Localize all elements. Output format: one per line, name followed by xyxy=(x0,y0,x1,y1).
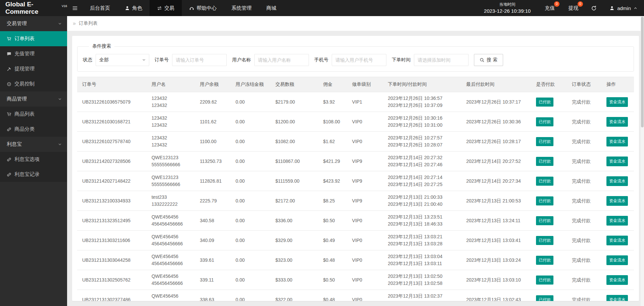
sidebar-item-3[interactable]: 提现管理 xyxy=(0,61,67,76)
table-row: UB2312131323512495 QWE456456456456456666… xyxy=(77,211,634,231)
top-menu-label: 商城 xyxy=(266,5,276,11)
cell-order-status: 完成付款 xyxy=(567,211,601,231)
top-menu-item-2[interactable]: 角色 xyxy=(117,0,150,16)
filter-label: 用户名称 xyxy=(232,57,251,63)
fund-flow-button[interactable]: 资金流水 xyxy=(606,117,628,127)
sidebar-group-label: 商品管理 xyxy=(7,96,27,102)
fund-flow-button[interactable]: 资金流水 xyxy=(606,137,628,146)
fund-flow-button[interactable]: 资金流水 xyxy=(606,157,628,166)
fund-flow-button[interactable]: 资金流水 xyxy=(606,196,628,206)
cell-order-pay-time: 2023年12月14日 20:27:322023年12月14日 20:27:46 xyxy=(383,151,461,171)
fund-flow-button[interactable]: 资金流水 xyxy=(606,97,628,107)
sidebar-group-5[interactable]: 商品管理 xyxy=(0,91,67,107)
breadcrumb: » 订单列表 xyxy=(67,16,644,31)
cell-order-no: UB2312142027148422 xyxy=(77,171,147,191)
cell-action: 资金流水 xyxy=(601,290,634,301)
fund-flow-button[interactable]: 资金流水 xyxy=(606,275,628,285)
cell-action: 资金流水 xyxy=(601,92,634,112)
order-time-input[interactable] xyxy=(414,54,469,66)
cell-amount: $1082.00 xyxy=(270,132,318,151)
cell-paid: 已付款 xyxy=(531,290,567,301)
search-button-label: 搜 索 xyxy=(487,57,497,63)
sidebar-item-9[interactable]: 利息宝选项 xyxy=(0,152,67,167)
filter-group: 订单号 xyxy=(155,54,227,66)
trade-icon xyxy=(157,6,162,11)
cell-order-no: UB2312131323512495 xyxy=(77,211,147,231)
status-select[interactable]: 全部 xyxy=(96,54,149,66)
top-menu-item-4[interactable]: 帮助中心 xyxy=(182,0,224,16)
cell-frozen: 0.00 xyxy=(230,250,270,270)
column-header: 操作 xyxy=(601,77,634,92)
cell-order-pay-time: 2023年12月13日 13:23:512023年12月13日 18:46:33 xyxy=(383,211,461,231)
user-menu[interactable]: admin xyxy=(603,0,644,16)
order-no-input[interactable] xyxy=(172,54,227,66)
recharge-button[interactable]: 充值 0 xyxy=(538,0,561,16)
paid-status-badge: 已付款 xyxy=(536,117,553,126)
column-header: 是否付款 xyxy=(531,77,567,92)
cell-frozen: 0.00 xyxy=(230,290,270,301)
cell-order-pay-time: 2023年12月13日 13:03:042023年12月13日 13:03:11 xyxy=(383,250,461,270)
vertical-scrollbar[interactable] xyxy=(641,16,644,306)
sidebar-item-6[interactable]: 商品列表 xyxy=(0,107,67,122)
fund-flow-button[interactable]: 资金流水 xyxy=(606,255,628,265)
withdraw-button[interactable]: 提现 0 xyxy=(561,0,585,16)
cell-frozen: 0.00 xyxy=(230,231,270,250)
table-row: UB2312142027148422 QWE12312355555566666 … xyxy=(77,171,634,191)
sidebar-item-2[interactable]: 充值管理 xyxy=(0,46,67,61)
phone-input[interactable] xyxy=(332,54,386,66)
cell-paid: 已付款 xyxy=(531,191,567,211)
top-menu-item-5[interactable]: 系统管理 xyxy=(224,0,259,16)
cell-balance: 339.11 xyxy=(195,270,231,290)
sidebar-item-4[interactable]: 交易控制 xyxy=(0,76,67,91)
column-header: 下单时间/付款时间 xyxy=(383,77,461,92)
sidebar-group-0[interactable]: 交易管理 xyxy=(0,16,67,31)
top-menu-label: 角色 xyxy=(132,5,142,11)
cell-amount: $111559.00 xyxy=(270,171,318,191)
sidebar-group-8[interactable]: 利息宝 xyxy=(0,137,67,152)
fund-flow-button[interactable]: 资金流水 xyxy=(606,295,628,301)
sidebar-item-1[interactable]: 订单列表 xyxy=(0,31,67,46)
top-menu-item-3[interactable]: 交易 xyxy=(150,0,182,16)
sidebar-item-label: 提现管理 xyxy=(14,66,35,72)
column-header: 佣金 xyxy=(318,77,347,92)
search-button[interactable]: 搜 索 xyxy=(474,54,503,66)
brand-version: V16 xyxy=(62,4,67,8)
person-icon xyxy=(609,6,614,11)
cell-frozen: 0.00 xyxy=(230,270,270,290)
cell-amount: $322.00 xyxy=(270,290,318,301)
cell-last-pay-time: 2023年12月13日 13:03:41 xyxy=(461,231,531,250)
top-menu-item-6[interactable]: 商城 xyxy=(259,0,284,16)
fund-flow-button[interactable]: 资金流水 xyxy=(606,176,628,186)
cell-frozen: 0.00 xyxy=(230,151,270,171)
cell-commission: $0.48 xyxy=(318,250,347,270)
column-header: 用户名 xyxy=(147,77,195,92)
cell-user: 123432123432 xyxy=(147,112,195,132)
cell-user: QWE12312355555566666 xyxy=(147,151,195,171)
username-input[interactable] xyxy=(254,54,309,66)
cell-order-pay-time: 2023年12月13日 13:03:212023年12月13日 13:03:28 xyxy=(383,231,461,250)
headset-icon xyxy=(189,6,194,11)
cell-balance: 340.09 xyxy=(195,231,231,250)
paid-status-badge: 已付款 xyxy=(536,236,553,245)
cell-last-pay-time: 2023年12月26日 10:37:17 xyxy=(461,92,531,112)
cell-level: VIP9 xyxy=(347,191,383,211)
status-select-value: 全部 xyxy=(99,57,109,63)
paid-status-badge: 已付款 xyxy=(536,216,553,225)
cell-commission: $423.92 xyxy=(318,171,347,191)
fund-flow-button[interactable]: 资金流水 xyxy=(606,236,628,245)
table-row: UB2312261036575079 123432123432 2209.62 … xyxy=(77,92,634,112)
fund-flow-button[interactable]: 资金流水 xyxy=(606,216,628,226)
column-header: 交易数额 xyxy=(270,77,318,92)
sidebar-item-label: 充值管理 xyxy=(14,51,35,57)
cell-level: VIP1 xyxy=(347,92,383,112)
sidebar-item-10[interactable]: 利息宝记录 xyxy=(0,167,67,182)
scrollbar-thumb[interactable] xyxy=(641,17,644,127)
cell-action: 资金流水 xyxy=(601,231,634,250)
cell-order-no: UB2312131303211606 xyxy=(77,231,147,250)
hamburger-icon[interactable] xyxy=(67,0,83,16)
refresh-button[interactable] xyxy=(585,0,603,16)
top-menu-item-1[interactable]: 后台首页 xyxy=(83,0,117,16)
paid-status-badge: 已付款 xyxy=(536,157,553,166)
sidebar-item-7[interactable]: 商品分类 xyxy=(0,122,67,137)
cell-user: QWE456456456456456666 xyxy=(147,270,195,290)
